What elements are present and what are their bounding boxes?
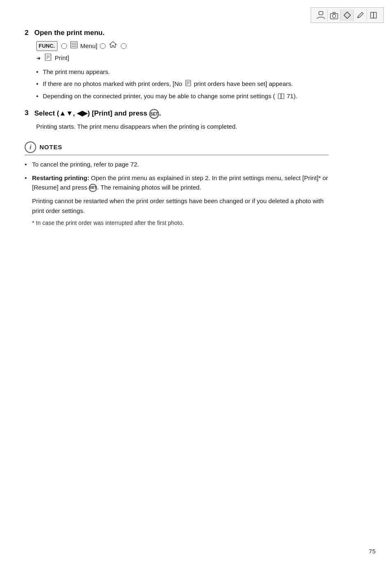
- set-button-notes[interactable]: SET: [89, 184, 97, 192]
- bullet-2: If there are no photos marked with print…: [36, 79, 329, 89]
- func-button[interactable]: FUNC.: [36, 41, 58, 51]
- notes-section: i NOTES To cancel the printing, refer to…: [25, 141, 329, 227]
- step-3-header: 3 Select (▲▼, ◀▶) [Print] and press SET.: [25, 109, 329, 119]
- notes-item-2: Restarting printing: Open the print menu…: [25, 173, 329, 192]
- circle-3: [121, 43, 127, 49]
- main-content: 2 Open the print menu. FUNC. Menu]: [0, 0, 353, 252]
- step-3: 3 Select (▲▼, ◀▶) [Print] and press SET.…: [25, 109, 329, 132]
- circle-2: [100, 43, 106, 49]
- step-2: 2 Open the print menu. FUNC. Menu]: [25, 29, 329, 102]
- step-3-body: Printing starts. The print menu disappea…: [36, 122, 329, 132]
- bullet-3: Depending on the connected printer, you …: [36, 91, 329, 102]
- notes-title: NOTES: [39, 143, 62, 150]
- svg-rect-0: [319, 12, 323, 15]
- step-3-number: 3: [25, 109, 28, 117]
- page-number: 75: [369, 548, 376, 555]
- menu-icon: [70, 41, 78, 51]
- nav-icon-diamond[interactable]: [341, 9, 354, 21]
- step-2-arrow-line: ➜ Print]: [36, 53, 329, 64]
- step-2-instruction: FUNC. Menu]: [36, 40, 329, 52]
- notes-sub-paragraph: Printing cannot be restarted when the pr…: [32, 196, 329, 215]
- arrow-right-symbol: ➜: [36, 55, 41, 61]
- nav-icon-camera[interactable]: [327, 9, 341, 21]
- step-2-bullets: The print menu appears. If there are no …: [36, 67, 329, 102]
- print-text: Print]: [55, 54, 69, 61]
- notes-item-1: To cancel the printing, refer to page 72…: [25, 160, 329, 169]
- nav-icon-pencil[interactable]: [354, 9, 367, 21]
- circle-1: [61, 43, 67, 49]
- menu-text: Menu]: [80, 42, 97, 49]
- notes-list: To cancel the printing, refer to page 72…: [25, 160, 329, 192]
- nav-icon-person[interactable]: [314, 9, 327, 21]
- print-icon-inline: [44, 53, 52, 64]
- step-2-number: 2: [25, 29, 28, 37]
- top-nav-bar: [311, 7, 384, 23]
- step-2-title: Open the print menu.: [34, 29, 104, 37]
- book-ref-icon: [278, 92, 284, 102]
- step-2-header: 2 Open the print menu.: [25, 29, 329, 37]
- footnote: * In case the print order was interrupte…: [32, 219, 329, 227]
- notes-header: i NOTES: [25, 141, 329, 155]
- step-3-title: Select (▲▼, ◀▶) [Print] and press SET.: [34, 109, 161, 119]
- svg-point-2: [332, 14, 336, 18]
- notes-icon: i: [25, 141, 36, 153]
- bullet-1: The print menu appears.: [36, 67, 329, 76]
- restarting-bold: Restarting printing:: [32, 174, 89, 181]
- set-button[interactable]: SET: [149, 109, 159, 119]
- print-icon-bullet: [185, 79, 191, 89]
- nav-icon-book[interactable]: [367, 9, 380, 21]
- home-icon: [109, 42, 119, 50]
